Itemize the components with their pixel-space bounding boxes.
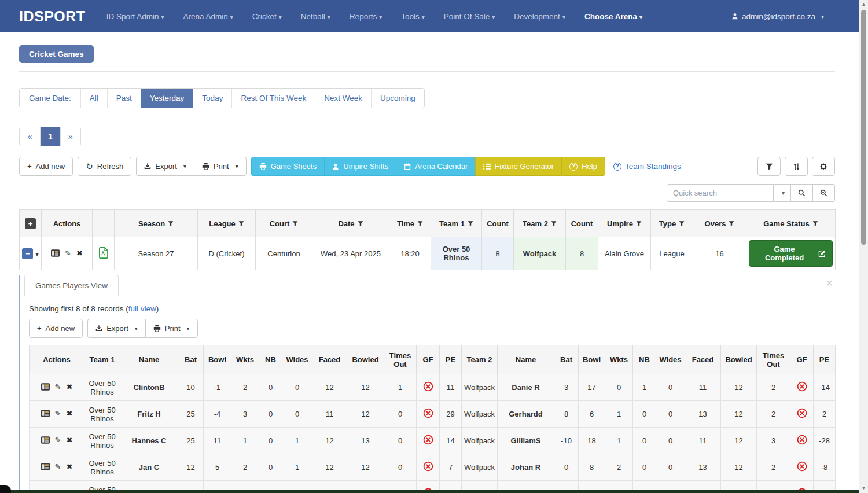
pagination-page-1[interactable]: 1 bbox=[40, 127, 60, 146]
filter-funnel-icon[interactable] bbox=[636, 220, 642, 226]
pagination-prev[interactable]: « bbox=[20, 127, 40, 146]
umpire-shifts-button[interactable]: Umpire Shifts bbox=[324, 157, 396, 176]
panel-print-button[interactable]: Print ▾ bbox=[145, 319, 198, 338]
tab-games-players-view[interactable]: Games Players View bbox=[24, 275, 119, 296]
panel-add-new-button[interactable]: + Add new bbox=[29, 319, 83, 338]
collapse-row-button[interactable]: − bbox=[22, 248, 33, 259]
nav-item-tools[interactable]: Tools▾ bbox=[401, 12, 425, 21]
nav-item-choose-arena[interactable]: Choose Arena▾ bbox=[584, 12, 642, 21]
date-filter-yesterday[interactable]: Yesterday bbox=[141, 89, 193, 108]
chevron-down-icon[interactable]: ▾ bbox=[35, 251, 38, 257]
pagination-next[interactable]: » bbox=[60, 127, 80, 146]
expand-all-icon[interactable]: + bbox=[25, 218, 36, 229]
nav-item-reports[interactable]: Reports▾ bbox=[350, 12, 382, 21]
search-button[interactable] bbox=[791, 184, 813, 202]
edit-icon[interactable]: ✎ bbox=[55, 409, 61, 418]
export-button[interactable]: Export ▾ bbox=[136, 157, 194, 176]
filter-funnel-icon[interactable] bbox=[417, 220, 423, 226]
date-filter-all[interactable]: All bbox=[80, 89, 107, 108]
edit-icon[interactable]: ✎ bbox=[65, 249, 71, 257]
players-table-body: ✎✖Over 50 RhinosClintonB10-12001212111Wo… bbox=[30, 374, 836, 493]
filter-funnel-icon[interactable] bbox=[812, 220, 818, 226]
players-col-team-1-1: Team 1 bbox=[84, 345, 120, 374]
games-col-season[interactable]: Season bbox=[115, 210, 198, 237]
games-col-league[interactable]: League bbox=[198, 210, 256, 237]
user-menu[interactable]: admin@idsport.co.za ▾ bbox=[731, 12, 824, 21]
nav-item-id-sport-admin[interactable]: ID Sport Admin▾ bbox=[106, 12, 164, 21]
games-col-overs[interactable]: Overs bbox=[693, 210, 746, 237]
panel-export-button[interactable]: Export ▾ bbox=[87, 319, 145, 338]
edit-icon[interactable]: ✎ bbox=[55, 436, 61, 444]
detail-view-icon[interactable] bbox=[41, 436, 50, 444]
filter-funnel-icon[interactable] bbox=[679, 220, 685, 226]
date-filter-today[interactable]: Today bbox=[193, 89, 231, 108]
nav-item-point-of-sale[interactable]: Point Of Sale▾ bbox=[444, 12, 495, 21]
filter-funnel-icon[interactable] bbox=[358, 220, 363, 226]
nav-item-development[interactable]: Development▾ bbox=[514, 12, 565, 21]
filter-funnel-icon[interactable] bbox=[468, 220, 473, 226]
date-filter-next-week[interactable]: Next Week bbox=[315, 89, 371, 108]
delete-icon[interactable]: ✖ bbox=[67, 382, 73, 391]
filter-funnel-icon[interactable] bbox=[168, 220, 174, 226]
detail-view-icon[interactable] bbox=[51, 249, 60, 257]
games-col-date[interactable]: Date bbox=[312, 210, 389, 237]
date-filter-upcoming[interactable]: Upcoming bbox=[371, 89, 424, 108]
detail-view-icon[interactable] bbox=[41, 463, 50, 470]
delete-icon[interactable]: ✖ bbox=[67, 436, 73, 444]
sort-toggle-button[interactable] bbox=[785, 157, 808, 176]
fixture-generator-button[interactable]: Fixture Generator bbox=[475, 157, 561, 176]
scrollbar-thumb[interactable] bbox=[861, 10, 866, 245]
game-status-button[interactable]: Game Completed bbox=[749, 240, 833, 267]
games-col-status[interactable]: Game Status bbox=[746, 210, 836, 237]
game-cell-court: Centurion bbox=[256, 237, 312, 270]
detail-view-icon[interactable] bbox=[41, 410, 50, 417]
full-view-link[interactable]: full view bbox=[128, 304, 156, 313]
pdf-icon[interactable] bbox=[98, 247, 108, 259]
chevron-down-icon: ▾ bbox=[187, 325, 190, 332]
refresh-button[interactable]: ↻ Refresh bbox=[78, 157, 131, 176]
games-col-court[interactable]: Court bbox=[256, 210, 312, 237]
delete-icon[interactable]: ✖ bbox=[67, 409, 73, 418]
cricket-games-button[interactable]: Cricket Games bbox=[19, 45, 94, 63]
game-sheets-button[interactable]: Game Sheets bbox=[251, 157, 325, 176]
games-col-team1[interactable]: Team 1 bbox=[431, 210, 482, 237]
games-col-type[interactable]: Type bbox=[651, 210, 693, 237]
edit-icon[interactable]: ✎ bbox=[55, 462, 61, 471]
close-icon[interactable]: × bbox=[826, 277, 833, 289]
filter-funnel-icon[interactable] bbox=[729, 220, 734, 226]
scroll-up-icon[interactable]: ▲ bbox=[859, 2, 868, 7]
games-col-expand[interactable]: + bbox=[20, 210, 42, 237]
nav-item-cricket[interactable]: Cricket▾ bbox=[252, 12, 282, 21]
add-new-button[interactable]: + Add new bbox=[19, 157, 73, 176]
detail-view-icon[interactable] bbox=[41, 383, 50, 391]
delete-icon[interactable]: ✖ bbox=[67, 462, 73, 471]
quick-search-input[interactable] bbox=[667, 184, 774, 202]
help-button[interactable]: ? Help bbox=[561, 157, 605, 176]
games-col-umpire[interactable]: Umpire bbox=[598, 210, 651, 237]
date-filter-past[interactable]: Past bbox=[107, 89, 141, 108]
gf-x-icon bbox=[423, 435, 433, 445]
edit-icon[interactable]: ✎ bbox=[55, 382, 61, 391]
filter-toggle-button[interactable] bbox=[757, 157, 781, 176]
nav-item-netball[interactable]: Netball▾ bbox=[301, 12, 330, 21]
page-content: Cricket Games Game Date: AllPastYesterda… bbox=[0, 32, 868, 493]
filter-funnel-icon[interactable] bbox=[292, 220, 298, 226]
nav-item-arena-admin[interactable]: Arena Admin▾ bbox=[183, 12, 233, 21]
games-col-team2[interactable]: Team 2 bbox=[514, 210, 566, 237]
games-col-time[interactable]: Time bbox=[389, 210, 431, 237]
arena-calendar-button[interactable]: Arena Calendar bbox=[396, 157, 475, 176]
navbar-menu: ID Sport Admin▾Arena Admin▾Cricket▾Netba… bbox=[106, 12, 661, 21]
date-filter-rest-of-this-week[interactable]: Rest Of This Week bbox=[231, 89, 315, 108]
player-stat2-4: 0 bbox=[656, 401, 685, 428]
search-options-button[interactable]: ▾ bbox=[774, 184, 791, 202]
settings-button[interactable] bbox=[812, 157, 835, 176]
vertical-scrollbar[interactable]: ▲ ▼ bbox=[859, 0, 868, 493]
filter-funnel-icon[interactable] bbox=[551, 220, 557, 226]
delete-icon[interactable]: ✖ bbox=[76, 249, 83, 257]
clear-search-button[interactable] bbox=[813, 184, 835, 202]
filter-funnel-icon[interactable] bbox=[238, 220, 244, 226]
player-stat1-6: 13 bbox=[347, 428, 384, 454]
team-standings-link[interactable]: ? Team Standings bbox=[613, 162, 681, 171]
scroll-down-icon[interactable]: ▼ bbox=[859, 485, 868, 491]
print-button[interactable]: Print ▾ bbox=[194, 157, 247, 176]
